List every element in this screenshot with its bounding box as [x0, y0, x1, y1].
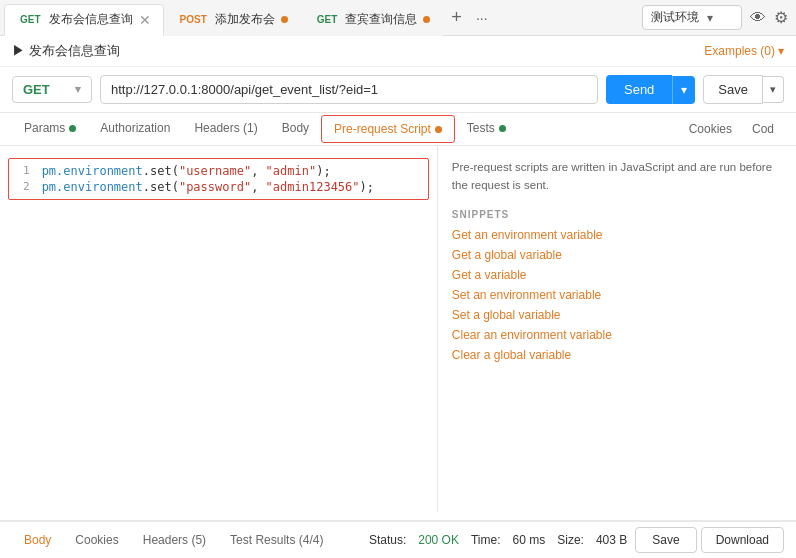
env-name: 测试环境 — [651, 9, 699, 26]
bottom-tab-cookies[interactable]: Cookies — [63, 522, 130, 558]
send-button[interactable]: Send — [606, 75, 672, 104]
bottom-tab-body[interactable]: Body — [12, 522, 63, 558]
tests-label: Tests — [467, 121, 495, 135]
snippet-get-var[interactable]: Get a variable — [452, 268, 782, 282]
send-btn-group: Send ▾ — [606, 75, 695, 104]
snippet-clear-env-var[interactable]: Clear an environment variable — [452, 328, 782, 342]
env-arrow-icon: ▾ — [707, 11, 713, 25]
tab2-method: POST — [177, 13, 210, 26]
method-select[interactable]: GET ▾ — [12, 76, 92, 103]
tab-actions: + ··· — [447, 5, 491, 30]
tab1-close-icon[interactable]: ✕ — [139, 13, 151, 27]
status-value: 200 OK — [418, 533, 459, 547]
bottom-download-button[interactable]: Download — [701, 527, 784, 553]
tab-add-event[interactable]: POST 添加发布会 — [164, 4, 301, 36]
snippet-get-global-var[interactable]: Get a global variable — [452, 248, 782, 262]
params-label: Params — [24, 121, 65, 135]
url-bar: GET ▾ Send ▾ Save ▾ — [0, 67, 796, 113]
tab3-dot — [423, 16, 430, 23]
sub-tabs-right: Cookies Cod — [679, 114, 784, 144]
line-number-2: 2 — [11, 180, 42, 193]
pre-request-label: Pre-request Script — [334, 122, 431, 136]
code-editor[interactable]: 1 pm.environment.set("username", "admin"… — [0, 146, 438, 512]
snippet-get-env-var[interactable]: Get an environment variable — [452, 228, 782, 242]
bottom-tab-headers[interactable]: Headers (5) — [131, 522, 218, 558]
status-label: Status: — [369, 533, 406, 547]
bottom-save-button[interactable]: Save — [635, 527, 696, 553]
tab-body[interactable]: Body — [270, 113, 321, 145]
examples-arrow-icon: ▾ — [778, 44, 784, 58]
more-tabs-icon[interactable]: ··· — [472, 8, 492, 28]
size-value: 403 B — [596, 533, 627, 547]
bottom-status: Status: 200 OK Time: 60 ms Size: 403 B — [369, 533, 627, 547]
params-dot — [69, 125, 76, 132]
bottom-tab-test-results[interactable]: Test Results (4/4) — [218, 522, 335, 558]
tab-guest-info[interactable]: GET 查宾查询信息 — [301, 4, 444, 36]
time-value: 60 ms — [513, 533, 546, 547]
tab-get-event-list[interactable]: GET 发布会信息查询 ✕ — [4, 4, 164, 36]
tab1-method: GET — [17, 13, 44, 26]
snippets-title: SNIPPETS — [452, 209, 782, 220]
env-dropdown[interactable]: 测试环境 ▾ — [642, 5, 742, 30]
tab-headers[interactable]: Headers (1) — [182, 113, 269, 145]
tab-tests[interactable]: Tests — [455, 113, 518, 145]
tab2-label: 添加发布会 — [215, 11, 275, 28]
snippet-set-global-var[interactable]: Set a global variable — [452, 308, 782, 322]
code-text-1: pm.environment.set("username", "admin"); — [42, 164, 331, 178]
sub-tabs: Params Authorization Headers (1) Body Pr… — [0, 113, 796, 146]
eye-icon[interactable]: 👁 — [750, 9, 766, 27]
env-selector: 测试环境 ▾ 👁 ⚙ — [642, 5, 792, 30]
method-label: GET — [23, 82, 50, 97]
settings-icon[interactable]: ⚙ — [774, 8, 788, 27]
tab-pre-request-script[interactable]: Pre-request Script — [321, 115, 455, 143]
tab-params[interactable]: Params — [12, 113, 88, 145]
examples-link[interactable]: Examples (0) ▾ — [704, 44, 784, 58]
bottom-bar: Body Cookies Headers (5) Test Results (4… — [0, 520, 796, 558]
tab-bar: GET 发布会信息查询 ✕ POST 添加发布会 GET 查宾查询信息 + ··… — [0, 0, 796, 36]
tab-code[interactable]: Cod — [742, 114, 784, 144]
url-input[interactable] — [100, 75, 598, 104]
send-arrow-icon[interactable]: ▾ — [672, 76, 695, 104]
code-editor-inner: 1 pm.environment.set("username", "admin"… — [8, 158, 429, 200]
code-line-1: 1 pm.environment.set("username", "admin"… — [11, 163, 426, 179]
size-label: Size: — [557, 533, 584, 547]
save-arrow-icon[interactable]: ▾ — [763, 76, 784, 103]
tab-authorization[interactable]: Authorization — [88, 113, 182, 145]
line-number-1: 1 — [11, 164, 42, 177]
panel-description: Pre-request scripts are written in JavaS… — [452, 158, 782, 195]
save-btn-group: Save ▾ — [703, 75, 784, 104]
breadcrumb-bar: ▶ 发布会信息查询 Examples (0) ▾ — [0, 36, 796, 67]
code-line-2: 2 pm.environment.set("password", "admin1… — [11, 179, 426, 195]
breadcrumb: ▶ 发布会信息查询 — [12, 42, 120, 60]
examples-label: Examples (0) — [704, 44, 775, 58]
tab1-label: 发布会信息查询 — [49, 11, 133, 28]
pre-request-dot — [435, 126, 442, 133]
save-button[interactable]: Save — [703, 75, 763, 104]
right-panel: Pre-request scripts are written in JavaS… — [438, 146, 796, 512]
authorization-label: Authorization — [100, 121, 170, 135]
tab2-dot — [281, 16, 288, 23]
headers-label: Headers (1) — [194, 121, 257, 135]
method-arrow-icon: ▾ — [75, 83, 81, 96]
tab-cookies[interactable]: Cookies — [679, 114, 742, 144]
snippet-clear-global-var[interactable]: Clear a global variable — [452, 348, 782, 362]
time-label: Time: — [471, 533, 501, 547]
tab3-method: GET — [314, 13, 341, 26]
tests-dot — [499, 125, 506, 132]
tab3-label: 查宾查询信息 — [345, 11, 417, 28]
code-text-2: pm.environment.set("password", "admin123… — [42, 180, 374, 194]
main-content: 1 pm.environment.set("username", "admin"… — [0, 146, 796, 512]
add-tab-icon[interactable]: + — [447, 5, 466, 30]
snippet-set-env-var[interactable]: Set an environment variable — [452, 288, 782, 302]
body-label: Body — [282, 121, 309, 135]
